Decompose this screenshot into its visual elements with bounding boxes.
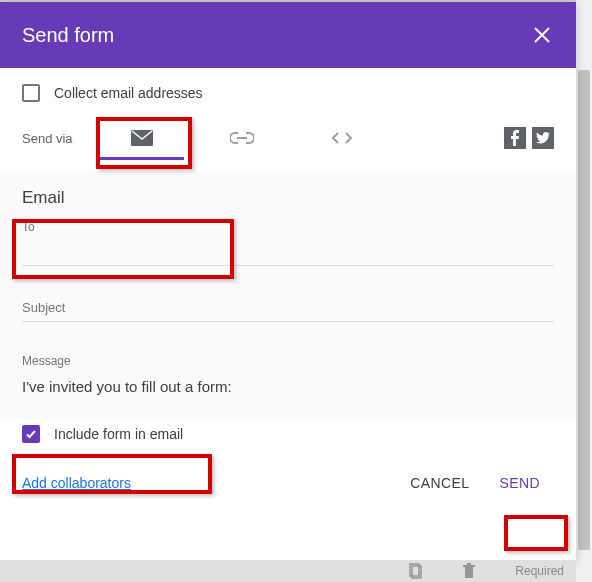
social-buttons xyxy=(504,127,554,149)
send-via-label: Send via xyxy=(22,131,92,146)
subject-input[interactable] xyxy=(22,294,554,322)
cancel-button[interactable]: CANCEL xyxy=(396,467,483,499)
add-collaborators-link[interactable]: Add collaborators xyxy=(22,475,131,491)
svg-rect-7 xyxy=(467,563,471,565)
to-field: To xyxy=(22,220,554,266)
send-via-tabs xyxy=(92,116,392,160)
twitter-button[interactable] xyxy=(532,127,554,149)
message-value[interactable]: I've invited you to fill out a form: xyxy=(22,374,554,403)
subject-field xyxy=(22,294,554,322)
dialog-footer: Add collaborators CANCEL SEND xyxy=(0,457,576,513)
email-icon xyxy=(130,129,154,147)
background-toolbar: Required xyxy=(0,560,576,582)
close-button[interactable] xyxy=(530,23,554,47)
collect-email-checkbox[interactable] xyxy=(22,84,40,102)
link-icon xyxy=(230,132,254,144)
copy-icon xyxy=(409,563,423,579)
twitter-icon xyxy=(536,132,550,144)
collect-email-label: Collect email addresses xyxy=(54,85,203,101)
facebook-icon xyxy=(510,130,520,146)
message-label: Message xyxy=(22,354,554,368)
scrollbar[interactable] xyxy=(576,0,592,582)
dialog-header: Send form xyxy=(0,2,576,68)
send-button[interactable]: SEND xyxy=(486,467,555,499)
include-form-label: Include form in email xyxy=(54,426,183,442)
scrollbar-thumb[interactable] xyxy=(578,70,590,550)
required-label: Required xyxy=(515,564,564,578)
email-section: Email To Message I've invited you to fil… xyxy=(0,172,576,417)
collect-email-row: Collect email addresses xyxy=(0,68,576,112)
trash-icon xyxy=(463,563,475,579)
dialog-title: Send form xyxy=(22,24,114,47)
tab-link[interactable] xyxy=(192,116,292,160)
to-input[interactable] xyxy=(22,238,554,266)
send-via-row: Send via xyxy=(0,112,576,172)
email-section-title: Email xyxy=(22,188,554,208)
svg-rect-5 xyxy=(465,567,473,578)
to-label: To xyxy=(22,220,554,234)
svg-rect-6 xyxy=(463,565,475,567)
include-form-checkbox[interactable] xyxy=(22,425,40,443)
message-field: Message I've invited you to fill out a f… xyxy=(22,354,554,403)
embed-icon xyxy=(330,131,354,145)
include-form-row: Include form in email xyxy=(0,417,576,457)
tab-email[interactable] xyxy=(92,116,192,160)
tab-embed[interactable] xyxy=(292,116,392,160)
facebook-button[interactable] xyxy=(504,127,526,149)
send-form-dialog: Send form Collect email addresses Send v… xyxy=(0,2,576,560)
close-icon xyxy=(533,26,551,44)
